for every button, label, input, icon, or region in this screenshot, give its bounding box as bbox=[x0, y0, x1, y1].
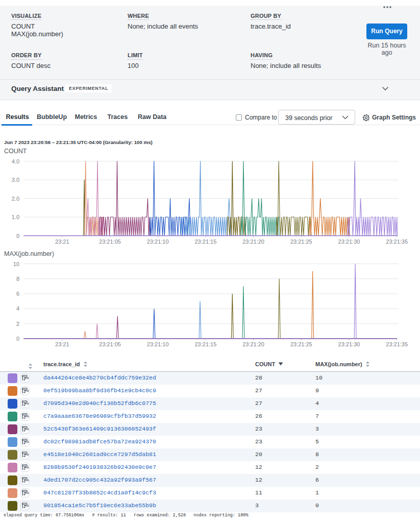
svg-text:10: 10 bbox=[13, 261, 19, 267]
svg-text:23:21:20: 23:21:20 bbox=[242, 341, 264, 347]
svg-text:1.0: 1.0 bbox=[12, 214, 19, 220]
svg-text:23:21:05: 23:21:05 bbox=[99, 239, 121, 245]
svg-text:23:21:15: 23:21:15 bbox=[194, 341, 216, 347]
svg-text:8: 8 bbox=[16, 276, 19, 282]
svg-text:23:21:30: 23:21:30 bbox=[338, 239, 360, 245]
svg-text:Jun 7 2023 23:20:56 – 23:21:35: Jun 7 2023 23:20:56 – 23:21:35 UTC-04:00… bbox=[4, 139, 153, 145]
svg-text:MAX(job.number): MAX(job.number) bbox=[4, 250, 54, 257]
svg-text:3.0: 3.0 bbox=[12, 177, 19, 183]
svg-text:23:21:35: 23:21:35 bbox=[386, 239, 408, 245]
svg-text:COUNT: COUNT bbox=[4, 148, 27, 155]
svg-text:4.0: 4.0 bbox=[12, 158, 19, 164]
svg-text:0: 0 bbox=[16, 233, 19, 239]
svg-text:23:21:35: 23:21:35 bbox=[386, 341, 408, 347]
svg-text:23:21:10: 23:21:10 bbox=[147, 239, 169, 245]
svg-text:23:21:30: 23:21:30 bbox=[338, 341, 360, 347]
svg-text:6: 6 bbox=[16, 291, 19, 297]
svg-text:23:21:20: 23:21:20 bbox=[242, 239, 264, 245]
svg-text:23:21: 23:21 bbox=[55, 239, 69, 245]
svg-text:23:21:10: 23:21:10 bbox=[147, 341, 169, 347]
svg-text:2.0: 2.0 bbox=[12, 196, 19, 202]
svg-text:4: 4 bbox=[16, 305, 19, 312]
svg-text:23:21:05: 23:21:05 bbox=[99, 341, 121, 347]
svg-text:0: 0 bbox=[16, 336, 19, 342]
svg-text:2: 2 bbox=[16, 321, 19, 327]
svg-text:23:21:15: 23:21:15 bbox=[194, 239, 216, 245]
svg-text:23:21:25: 23:21:25 bbox=[290, 341, 312, 347]
svg-text:23:21: 23:21 bbox=[55, 341, 69, 347]
svg-text:23:21:25: 23:21:25 bbox=[290, 239, 312, 245]
